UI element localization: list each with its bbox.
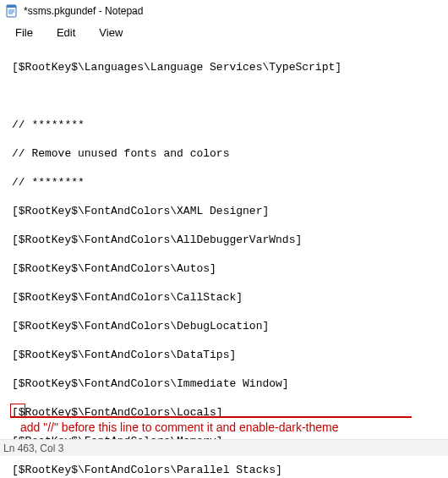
code-line: [$RootKey$\FontAndColors\AllDebuggerVarW… [12,233,443,247]
annotation-text: add "//" before this line to comment it … [20,420,338,434]
status-bar: Ln 463, Col 3 [0,439,448,456]
code-line: // ******** [12,175,443,190]
svg-rect-1 [7,5,16,8]
menu-bar: File Edit View [0,22,448,42]
code-line: [$RootKey$\Languages\Language Services\T… [12,60,443,74]
code-line: [$RootKey$\FontAndColors\Parallel Stacks… [12,463,443,477]
code-line: [$RootKey$\FontAndColors\Immediate Windo… [12,376,443,391]
cursor-position: Ln 463, Col 3 [3,442,63,454]
code-line: [$RootKey$\FontAndColors\Autos] [12,261,443,276]
code-line: [$RootKey$\FontAndColors\Locals] [12,405,443,420]
code-line: [$RootKey$\FontAndColors\DebugLocation] [12,319,443,333]
menu-edit[interactable]: Edit [45,24,87,41]
code-line: [$RootKey$\FontAndColors\CallStack] [12,290,443,305]
code-line: // ******** [12,118,443,132]
editor-content[interactable]: [$RootKey$\Languages\Language Services\T… [0,42,448,478]
notepad-icon [5,4,19,18]
code-line: [$RootKey$\FontAndColors\DataTips] [12,348,443,362]
code-line: [$RootKey$\FontAndColors\XAML Designer] [12,204,443,218]
menu-file[interactable]: File [3,24,45,41]
window-titlebar: *ssms.pkgundef - Notepad [0,0,448,22]
window-title: *ssms.pkgundef - Notepad [24,5,143,17]
menu-view[interactable]: View [87,24,134,41]
code-line: // Remove unused fonts and colors [12,146,443,161]
